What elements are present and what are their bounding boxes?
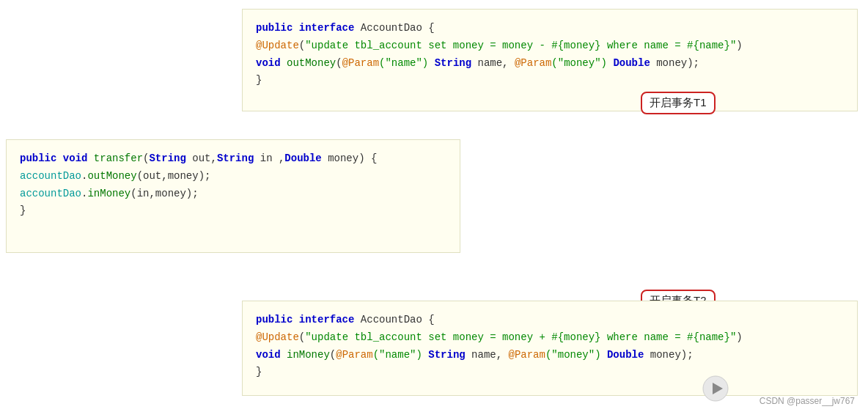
bot-line-4: } [256,364,844,381]
bot-line-3: void inMoney(@Param("name") String name,… [256,347,844,364]
bot-code-box: public interface AccountDao { @Update("u… [242,301,858,396]
watermark: CSDN @passer__jw767 [760,396,855,406]
mid-line-4: } [20,202,446,220]
play-icon[interactable] [702,375,729,402]
mid-line-2: accountDao.outMoney(out,money); [20,168,446,185]
t1-text: 开启事务T1 [650,96,707,108]
top-line-2: @Update("update tbl_account set money = … [256,37,844,55]
top-line-1: public interface AccountDao { [256,20,844,37]
label-t1-badge: 开启事务T1 [641,92,716,114]
top-line-3: void outMoney(@Param("name") String name… [256,55,844,73]
bot-line-2: @Update("update tbl_account set money = … [256,329,844,347]
top-code-box: public interface AccountDao { @Update("u… [242,9,858,111]
mid-code-box: public void transfer(String out,String i… [6,139,460,253]
top-line-4: } [256,72,844,89]
bot-line-1: public interface AccountDao { [256,312,844,329]
mid-line-3: accountDao.inMoney(in,money); [20,185,446,203]
mid-line-1: public void transfer(String out,String i… [20,150,446,168]
